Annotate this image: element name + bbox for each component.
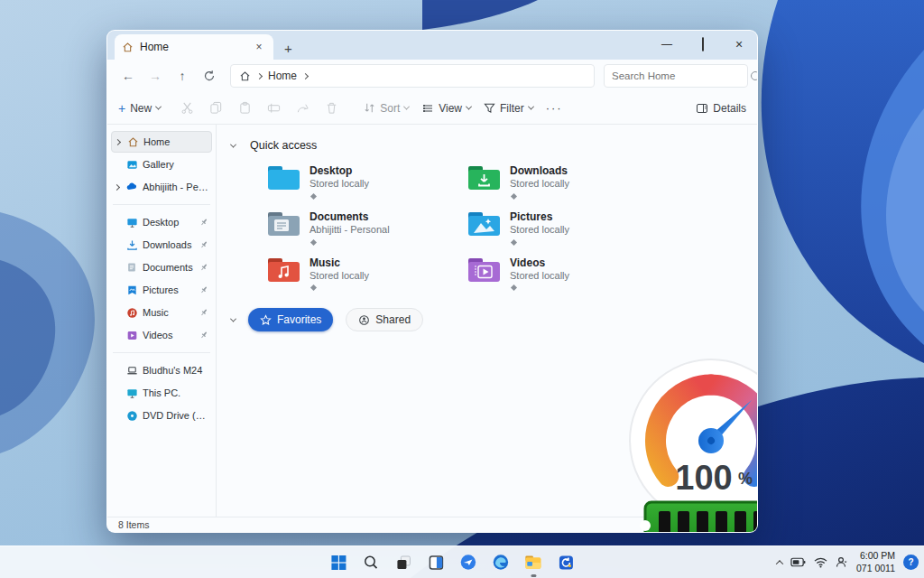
- sort-button[interactable]: Sort: [364, 102, 409, 115]
- sidebar-item-laptop[interactable]: Bludhu's M24: [111, 359, 212, 381]
- edge-browser-button[interactable]: [489, 551, 512, 573]
- tile-videos[interactable]: Videos Stored locally: [467, 256, 668, 291]
- details-pane-icon: [696, 102, 708, 115]
- system-tray: 6:00 PM 071 0011 ?: [777, 550, 919, 573]
- pinned-sparkle-icon: [310, 238, 317, 245]
- sidebar-item-dvd-drive[interactable]: DVD Drive (D:) CCC: [111, 405, 212, 426]
- tile-music[interactable]: Music Stored locally: [267, 256, 467, 291]
- sidebar-item-desktop[interactable]: Desktop: [111, 211, 212, 233]
- search-button[interactable]: [359, 551, 382, 573]
- tray-time: 6:00 PM: [856, 550, 895, 562]
- command-toolbar: + New: [107, 92, 757, 125]
- tile-downloads[interactable]: Downloads Stored locally: [467, 164, 668, 199]
- more-options-button[interactable]: ···: [546, 101, 563, 115]
- new-tab-button[interactable]: +: [284, 41, 292, 56]
- delete-icon[interactable]: [325, 101, 338, 115]
- pinned-sparkle-icon: [511, 238, 517, 245]
- pictures-folder-icon: [467, 210, 501, 238]
- sidebar-item-this-pc[interactable]: This PC.: [111, 382, 212, 404]
- search-icon: [751, 71, 758, 80]
- filter-icon: [484, 102, 495, 114]
- paste-icon[interactable]: [238, 101, 252, 115]
- home-icon: [126, 135, 139, 148]
- shared-button[interactable]: Shared: [346, 308, 423, 331]
- breadcrumb-chevron-icon[interactable]: [302, 72, 309, 79]
- sidebar-item-downloads[interactable]: Downloads: [111, 234, 212, 256]
- cut-icon[interactable]: [180, 101, 194, 115]
- clock[interactable]: 6:00 PM 071 0011: [856, 550, 895, 573]
- tray-overflow-chevron-icon[interactable]: [776, 560, 783, 567]
- person-icon[interactable]: [836, 556, 848, 568]
- refresh-icon: [203, 70, 216, 82]
- sidebar-item-videos[interactable]: Videos: [111, 324, 212, 346]
- details-button[interactable]: Details: [696, 102, 746, 115]
- sidebar-item-pictures[interactable]: Pictures: [111, 279, 212, 301]
- utility-app-button[interactable]: [554, 551, 577, 573]
- navigation-pane: Home Gallery Abhijiith - Personal: [107, 125, 217, 517]
- up-button[interactable]: ↑: [171, 69, 194, 83]
- documents-icon: [125, 261, 138, 274]
- photos-app-button[interactable]: [424, 551, 447, 573]
- navigation-bar: ← → ↑ Home: [107, 60, 757, 92]
- chevron-down-icon: [466, 104, 472, 110]
- rename-icon[interactable]: [267, 101, 281, 115]
- forward-button[interactable]: →: [143, 69, 167, 83]
- sidebar-separator: [113, 204, 210, 205]
- item-count: 8 Items: [118, 519, 149, 530]
- favorites-button[interactable]: Favorites: [248, 308, 333, 331]
- photos-app-icon: [428, 555, 444, 571]
- tile-desktop[interactable]: Desktop Stored locally: [267, 164, 467, 199]
- refresh-button[interactable]: [198, 70, 221, 82]
- battery-icon[interactable]: [790, 556, 806, 568]
- copy-icon[interactable]: [209, 101, 223, 115]
- back-button[interactable]: ←: [116, 69, 140, 83]
- tab-close-icon[interactable]: ×: [252, 41, 266, 53]
- minimize-button[interactable]: —: [649, 38, 685, 51]
- collapse-chevron-icon[interactable]: [230, 141, 236, 147]
- close-button[interactable]: ×: [721, 37, 757, 51]
- pin-icon: [199, 263, 208, 272]
- breadcrumb-item-home[interactable]: Home: [268, 70, 297, 82]
- sort-icon: [364, 102, 375, 114]
- documents-folder-icon: [267, 210, 300, 238]
- share-icon[interactable]: [296, 101, 310, 115]
- pin-icon: [199, 308, 208, 317]
- search-box[interactable]: [604, 64, 748, 88]
- quick-access-heading[interactable]: Quick access: [250, 139, 317, 152]
- sidebar-separator: [113, 352, 210, 353]
- search-icon: [363, 555, 378, 570]
- collapse-chevron-icon[interactable]: [230, 315, 236, 322]
- sidebar-item-onedrive[interactable]: Abhijiith - Personal: [111, 176, 212, 198]
- sidebar-item-documents[interactable]: Documents: [111, 256, 212, 278]
- expand-chevron-icon[interactable]: [114, 183, 120, 190]
- gauge-value: 100: [675, 459, 732, 497]
- chat-app-button[interactable]: [457, 551, 479, 573]
- view-icon: [421, 102, 434, 115]
- task-view-button[interactable]: [392, 551, 414, 573]
- home-icon: [239, 70, 251, 82]
- gallery-icon: [125, 158, 138, 171]
- ram-usage-graphic: 100 % RAM: [621, 358, 758, 533]
- file-explorer-button[interactable]: [522, 551, 544, 573]
- filter-button[interactable]: Filter: [484, 102, 533, 115]
- sidebar-item-home[interactable]: Home: [111, 131, 212, 153]
- search-input[interactable]: [612, 70, 751, 81]
- tile-pictures[interactable]: Pictures Stored locally: [467, 210, 668, 245]
- chevron-down-icon: [528, 104, 534, 110]
- downloads-folder-icon: [467, 164, 501, 191]
- breadcrumb[interactable]: Home: [230, 64, 595, 88]
- wifi-icon[interactable]: [814, 557, 827, 568]
- pinned-sparkle-icon: [310, 193, 317, 200]
- view-button[interactable]: View: [421, 102, 471, 115]
- tab-home[interactable]: Home ×: [115, 34, 273, 60]
- start-button[interactable]: [327, 551, 349, 573]
- sidebar-item-gallery[interactable]: Gallery: [111, 154, 212, 175]
- new-button[interactable]: + New: [118, 101, 161, 116]
- sidebar-item-music[interactable]: Music: [111, 302, 212, 323]
- pin-icon: [199, 240, 208, 249]
- notification-badge[interactable]: ?: [903, 555, 919, 570]
- expand-chevron-icon[interactable]: [115, 138, 121, 144]
- maximize-button[interactable]: [685, 38, 721, 51]
- this-pc-icon: [125, 387, 138, 399]
- tile-documents[interactable]: Documents Abhijitti - Personal: [267, 210, 467, 245]
